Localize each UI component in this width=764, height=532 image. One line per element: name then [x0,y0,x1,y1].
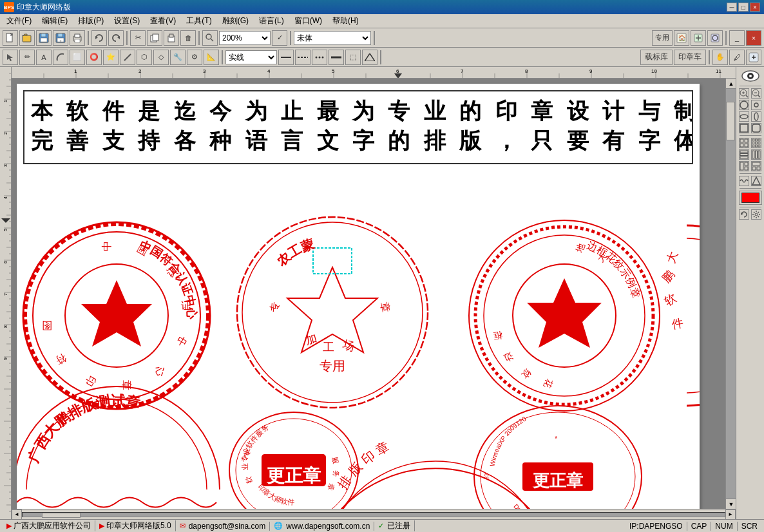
print-button[interactable] [70,30,85,46]
copy-button[interactable] [147,30,162,46]
tool-more2[interactable]: ◇ [153,50,169,65]
menu-edit[interactable]: 编辑(E) [37,14,73,28]
tool-line[interactable] [120,50,135,65]
svg-rect-233 [740,124,748,132]
scroll-track-h[interactable] [22,512,725,517]
new-button[interactable] [3,30,18,46]
tool-pen[interactable]: ✏ [19,50,35,65]
rp-grid-4[interactable] [739,138,749,148]
menu-language[interactable]: 语言(L) [254,14,289,28]
line-btn6[interactable] [362,50,377,65]
svg-text:地: 地 [574,242,586,254]
scroll-right-btn[interactable]: ► [725,509,736,520]
tb-maximize[interactable]: × [746,30,761,46]
paste-button[interactable] [164,30,179,46]
menu-layout[interactable]: 排版(P) [73,14,109,28]
rp-ellipse-v[interactable] [751,111,761,122]
tool-rect[interactable]: ⬜ [70,50,85,65]
line-btn2[interactable] [295,50,310,65]
rp-layout2[interactable] [751,161,761,171]
line-style-select[interactable]: 实线虚线点线 [225,50,277,64]
vertical-scrollbar[interactable]: ▲ ▼ [725,79,736,509]
svg-text:务: 务 [332,470,340,477]
line-btn3[interactable] [312,50,327,65]
svg-rect-252 [755,151,757,158]
icon-btn1[interactable]: 🏠 [674,30,689,46]
svg-rect-2 [23,35,31,42]
rp-color-swatch[interactable] [739,191,762,205]
scroll-down-btn[interactable]: ▼ [726,499,736,509]
scroll-thumb-v[interactable] [726,102,735,140]
rp-grid-9[interactable] [751,138,761,148]
magnifier-tool[interactable] [746,50,761,65]
scroll-up-btn[interactable]: ▲ [726,79,736,89]
menu-view[interactable]: 查看(V) [145,14,181,28]
horizontal-scrollbar[interactable]: ◄ ► [12,509,736,519]
rp-zoom-in[interactable] [739,88,749,99]
menu-tools[interactable]: 工具(T) [181,14,216,28]
line-btn4[interactable] [329,50,344,65]
eye-button[interactable] [739,68,762,84]
rp-zoom-out[interactable] [751,88,761,99]
tool-star[interactable]: ⭐ [103,50,119,65]
menu-engrave[interactable]: 雕刻(G) [217,14,254,28]
maximize-button[interactable]: □ [738,3,749,12]
rp-triangle[interactable] [751,176,761,186]
scroll-track-v[interactable] [726,89,736,499]
rp-rect-full[interactable] [739,123,749,133]
menu-file[interactable]: 文件(F) [1,14,37,28]
tool-text[interactable]: A [36,50,52,65]
minimize-button[interactable]: ─ [727,3,737,12]
menu-window[interactable]: 窗口(W) [289,14,327,28]
tool-more5[interactable]: 📐 [204,50,219,65]
saveas-button[interactable]: + [53,30,68,46]
icon-btn3[interactable] [707,30,723,46]
svg-text:软: 软 [662,291,679,308]
rp-refresh[interactable] [739,209,749,220]
rp-circle-large[interactable] [739,100,749,110]
rp-stripe-h[interactable] [739,149,749,160]
sep2 [126,31,128,45]
rp-wave[interactable] [739,176,749,186]
scroll-left-btn[interactable]: ◄ [12,509,22,520]
line-btn5[interactable]: ⬚ [345,50,361,65]
pencil-tool[interactable]: 🖊 [729,50,745,65]
rp-layout1[interactable] [739,161,749,171]
svg-rect-173 [313,248,352,274]
rp-ellipse-h[interactable] [739,111,749,122]
menu-settings[interactable]: 设置(S) [109,14,145,28]
zoom-apply[interactable]: ✓ [272,30,287,46]
line-btn1[interactable] [278,50,294,65]
font-select[interactable]: 未体 [294,31,371,45]
tool-circle[interactable]: ⭕ [86,50,102,65]
delete-button[interactable]: 🗑 [180,30,196,46]
svg-rect-236 [745,139,748,142]
undo-button[interactable] [91,30,107,46]
redo-button[interactable] [108,30,124,46]
tool-more4[interactable]: ⚙ [187,50,202,65]
rp-shape-group [739,176,762,186]
rp-settings[interactable] [751,209,761,220]
tb-minimize[interactable]: _ [729,30,745,46]
svg-text:*: * [555,435,558,442]
menu-help[interactable]: 帮助(H) [327,14,364,28]
website-text: www.dapengsoft.com.cn [286,522,370,531]
tool-more1[interactable]: ⬡ [137,50,152,65]
icon-btn2[interactable] [691,30,706,46]
hand-tool[interactable]: ✋ [712,50,728,65]
rp-circle-small[interactable] [751,100,761,110]
library-label[interactable]: 载标库 [640,50,673,65]
zoom-select[interactable]: 200%100%150%50% [219,31,271,45]
scroll-thumb-h[interactable] [42,513,81,518]
cursor-tool[interactable] [3,50,18,65]
rp-rect-corner[interactable] [751,123,761,133]
canvas-area[interactable]: 本 软 件 是 迄 今 为 止 最 为 专 业 的 印 章 设 计 与 制 作 … [12,79,736,509]
save-button[interactable] [36,30,52,46]
tool-more3[interactable]: 🔧 [170,50,186,65]
cut-button[interactable]: ✂ [130,30,146,46]
cart-label[interactable]: 印章车 [674,50,706,65]
open-button[interactable] [19,30,35,46]
rp-stripe-v[interactable] [751,149,761,160]
tool-arc[interactable] [53,50,68,65]
close-button[interactable]: × [750,3,760,12]
